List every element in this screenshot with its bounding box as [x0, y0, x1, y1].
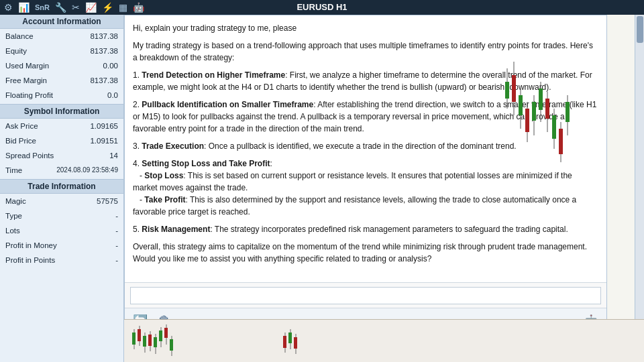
- profit-money-value: -: [115, 239, 118, 251]
- equity-row: Equity 8137.38: [0, 44, 123, 58]
- time-label: Time: [5, 164, 22, 176]
- equity-label: Equity: [5, 45, 27, 57]
- type-value: -: [115, 210, 118, 222]
- equity-value: 8137.38: [90, 45, 118, 57]
- svg-rect-25: [143, 336, 146, 347]
- svg-rect-27: [148, 335, 152, 346]
- ask-price-label: Ask Price: [5, 120, 38, 132]
- snr-label[interactable]: SnR: [35, 3, 50, 11]
- svg-rect-9: [532, 102, 536, 121]
- lots-row: Lots -: [0, 223, 123, 238]
- floating-profit-row: Floating Profit 0.0: [0, 88, 123, 103]
- bottom-chart: [124, 319, 644, 362]
- symbol-info-header: Symbol Information: [0, 105, 123, 119]
- tools-icon[interactable]: 🔧: [55, 2, 66, 13]
- profit-points-label: Profit in Points: [5, 254, 55, 266]
- svg-rect-17: [559, 129, 563, 154]
- lots-value: -: [115, 225, 118, 237]
- bid-price-value: 1.09151: [90, 135, 118, 147]
- svg-rect-13: [545, 99, 549, 119]
- chart-area: Hi, explain your trading strategy to me,…: [124, 15, 644, 362]
- used-margin-label: Used Margin: [5, 60, 49, 72]
- svg-rect-23: [138, 329, 141, 341]
- svg-rect-19: [566, 102, 570, 122]
- balance-label: Balance: [5, 30, 34, 42]
- profit-points-value: -: [115, 254, 118, 266]
- svg-rect-29: [154, 337, 157, 347]
- svg-rect-31: [159, 330, 162, 341]
- main-toolbar: ⚙ 📊 SnR 🔧 ✂ 📈 ⚡ ▦ 🤖 EURUSD H1: [0, 0, 644, 15]
- time-row: Time 2024.08.09 23:58:49: [0, 163, 123, 178]
- chat-scrollbar[interactable]: [635, 15, 644, 334]
- svg-rect-15: [552, 115, 556, 139]
- svg-rect-5: [519, 95, 523, 115]
- right-candles: [500, 15, 635, 296]
- svg-rect-7: [525, 109, 529, 132]
- spread-points-row: Spread Points 14: [0, 148, 123, 163]
- bid-price-row: Bid Price 1.09151: [0, 133, 123, 148]
- bid-price-label: Bid Price: [5, 135, 36, 147]
- profit-points-row: Profit in Points -: [0, 253, 123, 267]
- left-panel: Account Information Balance 8137.38 Equi…: [0, 15, 124, 362]
- svg-rect-37: [283, 336, 286, 348]
- candlestick-chart: [500, 28, 635, 283]
- svg-rect-39: [288, 333, 292, 343]
- magic-label: Magic: [5, 195, 26, 207]
- free-margin-label: Free Margin: [5, 74, 47, 86]
- free-margin-value: 8137.38: [90, 74, 118, 86]
- settings-icon[interactable]: ⚙: [4, 2, 13, 13]
- svg-rect-33: [164, 328, 168, 338]
- svg-rect-35: [170, 339, 173, 351]
- window-title: EURUSD H1: [297, 0, 347, 15]
- floating-profit-label: Floating Profit: [5, 89, 53, 101]
- account-info-header: Account Information: [0, 15, 123, 29]
- lightning-icon[interactable]: ⚡: [102, 2, 113, 13]
- floating-profit-value: 0.0: [107, 89, 118, 101]
- spread-points-value: 14: [109, 149, 118, 162]
- svg-rect-3: [512, 75, 516, 102]
- svg-rect-41: [294, 337, 297, 349]
- svg-rect-11: [539, 88, 543, 110]
- type-label: Type: [5, 210, 22, 222]
- lots-label: Lots: [5, 225, 20, 237]
- svg-rect-21: [132, 333, 136, 345]
- profit-money-row: Profit in Money -: [0, 238, 123, 253]
- ai-icon[interactable]: 🤖: [133, 2, 144, 13]
- chart-icon[interactable]: 📊: [18, 2, 30, 13]
- ask-price-value: 1.09165: [90, 120, 118, 132]
- scroll-thumb[interactable]: [637, 16, 643, 43]
- scissors-icon[interactable]: ✂: [72, 2, 80, 13]
- trend-icon[interactable]: 📈: [85, 2, 97, 13]
- type-row: Type -: [0, 208, 123, 223]
- trade-info-header: Trade Information: [0, 180, 123, 194]
- magic-value: 57575: [97, 195, 118, 207]
- svg-rect-1: [505, 82, 509, 99]
- ask-price-row: Ask Price 1.09165: [0, 119, 123, 133]
- time-value: 2024.08.09 23:58:49: [56, 164, 118, 176]
- used-margin-row: Used Margin 0.00: [0, 58, 123, 73]
- free-margin-row: Free Margin 8137.38: [0, 73, 123, 88]
- bottom-candles-svg: [131, 319, 637, 359]
- balance-value: 8137.38: [90, 30, 118, 42]
- balance-row: Balance 8137.38: [0, 29, 123, 44]
- magic-row: Magic 57575: [0, 194, 123, 208]
- spread-points-label: Spread Points: [5, 149, 54, 162]
- grid-icon[interactable]: ▦: [119, 2, 127, 13]
- profit-money-label: Profit in Money: [5, 239, 57, 251]
- used-margin-value: 0.00: [103, 60, 118, 72]
